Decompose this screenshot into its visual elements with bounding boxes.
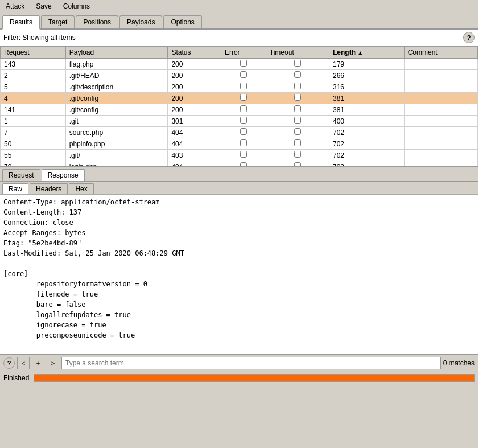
cell-error	[221, 104, 266, 116]
table-row[interactable]: 141.git/config200381	[1, 104, 478, 116]
sub-tab-headers[interactable]: Headers	[30, 183, 68, 194]
cell-comment	[404, 116, 477, 127]
add-button[interactable]: +	[32, 357, 44, 369]
cell-payload: phpinfo.php	[65, 138, 168, 150]
tab-request[interactable]: Request	[2, 169, 40, 181]
sub-tab-hex[interactable]: Hex	[69, 183, 93, 194]
search-bar: ? < + > 0 matches	[0, 354, 478, 372]
col-header-request[interactable]: Request	[1, 47, 66, 59]
cell-request: 143	[1, 59, 66, 70]
cell-status: 200	[168, 93, 221, 104]
match-count: 0 matches	[443, 359, 475, 367]
cell-payload: .git/HEAD	[65, 70, 168, 81]
cell-error	[221, 93, 266, 104]
sub-tab-bar: Raw Headers Hex	[0, 182, 478, 195]
cell-request: 55	[1, 150, 66, 161]
col-header-status[interactable]: Status	[168, 47, 221, 59]
cell-error	[221, 70, 266, 81]
results-table: Request Payload Status Error Timeout Len…	[0, 46, 478, 166]
sub-tab-raw[interactable]: Raw	[2, 183, 28, 194]
cell-request: 141	[1, 104, 66, 116]
cell-payload: .git/config	[65, 93, 168, 104]
cell-length: 381	[329, 104, 404, 116]
col-header-error[interactable]: Error	[221, 47, 266, 59]
cell-payload: .git/description	[65, 81, 168, 93]
tab-payloads[interactable]: Payloads	[120, 15, 162, 28]
search-input[interactable]	[61, 357, 441, 369]
cell-timeout	[266, 150, 329, 161]
cell-request: 50	[1, 138, 66, 150]
cell-request: 5	[1, 81, 66, 93]
table-row[interactable]: 7source.php404702	[1, 127, 478, 138]
filter-help-button[interactable]: ?	[463, 32, 475, 43]
cell-timeout	[266, 104, 329, 116]
cell-comment	[404, 104, 477, 116]
table-row[interactable]: 2.git/HEAD200266	[1, 70, 478, 81]
cell-timeout	[266, 70, 329, 81]
filter-bar: Filter: Showing all items ?	[0, 30, 478, 46]
menu-attack[interactable]: Attack	[3, 1, 27, 11]
cell-error	[221, 150, 266, 161]
cell-length: 702	[329, 127, 404, 138]
table-row[interactable]: 4.git/config200381	[1, 93, 478, 104]
cell-timeout	[266, 161, 329, 166]
cell-length: 179	[329, 59, 404, 70]
progress-fill	[34, 375, 474, 381]
cell-status: 200	[168, 104, 221, 116]
tab-response[interactable]: Response	[42, 169, 85, 181]
filter-text: Filter: Showing all items	[3, 34, 463, 42]
search-help-button[interactable]: ?	[3, 357, 15, 369]
cell-request: 70	[1, 161, 66, 166]
col-header-comment[interactable]: Comment	[404, 47, 477, 59]
cell-length: 702	[329, 161, 404, 166]
cell-request: 1	[1, 116, 66, 127]
cell-comment	[404, 127, 477, 138]
tab-options[interactable]: Options	[163, 15, 201, 28]
col-header-payload[interactable]: Payload	[65, 47, 168, 59]
next-button[interactable]: >	[47, 357, 59, 369]
cell-error	[221, 59, 266, 70]
table-row[interactable]: 143flag.php200179	[1, 59, 478, 70]
cell-status: 403	[168, 150, 221, 161]
tab-target[interactable]: Target	[41, 15, 75, 28]
cell-payload: flag.php	[65, 59, 168, 70]
cell-comment	[404, 161, 477, 166]
cell-error	[221, 116, 266, 127]
cell-timeout	[266, 127, 329, 138]
menu-save[interactable]: Save	[34, 1, 53, 11]
table-row[interactable]: 1.git301400	[1, 116, 478, 127]
cell-length: 381	[329, 93, 404, 104]
cell-length: 702	[329, 150, 404, 161]
req-resp-tab-bar: Request Response	[0, 167, 478, 182]
table-row[interactable]: 5.git/description200316	[1, 81, 478, 93]
table-row[interactable]: 70login.php404702	[1, 161, 478, 166]
cell-length: 316	[329, 81, 404, 93]
cell-status: 200	[168, 70, 221, 81]
cell-length: 702	[329, 138, 404, 150]
cell-timeout	[266, 138, 329, 150]
tab-results[interactable]: Results	[2, 15, 40, 30]
cell-status: 404	[168, 138, 221, 150]
cell-request: 7	[1, 127, 66, 138]
tab-positions[interactable]: Positions	[76, 15, 118, 28]
cell-error	[221, 81, 266, 93]
col-header-timeout[interactable]: Timeout	[266, 47, 329, 59]
status-bar: Finished	[0, 372, 478, 384]
menu-columns[interactable]: Columns	[61, 1, 92, 11]
main-tab-bar: Results Target Positions Payloads Option…	[0, 13, 478, 30]
table-row[interactable]: 55.git/403702	[1, 150, 478, 161]
cell-timeout	[266, 59, 329, 70]
cell-payload: source.php	[65, 127, 168, 138]
results-scroll[interactable]: Request Payload Status Error Timeout Len…	[0, 46, 478, 166]
cell-comment	[404, 70, 477, 81]
progress-bar	[34, 374, 475, 382]
cell-error	[221, 138, 266, 150]
table-row[interactable]: 50phpinfo.php404702	[1, 138, 478, 150]
table-header-row: Request Payload Status Error Timeout Len…	[1, 47, 478, 59]
cell-timeout	[266, 81, 329, 93]
cell-comment	[404, 81, 477, 93]
response-content: Content-Type: application/octet-stream C…	[0, 195, 478, 354]
cell-status: 404	[168, 161, 221, 166]
col-header-length[interactable]: Length ▲	[329, 47, 404, 59]
prev-button[interactable]: <	[17, 357, 30, 369]
